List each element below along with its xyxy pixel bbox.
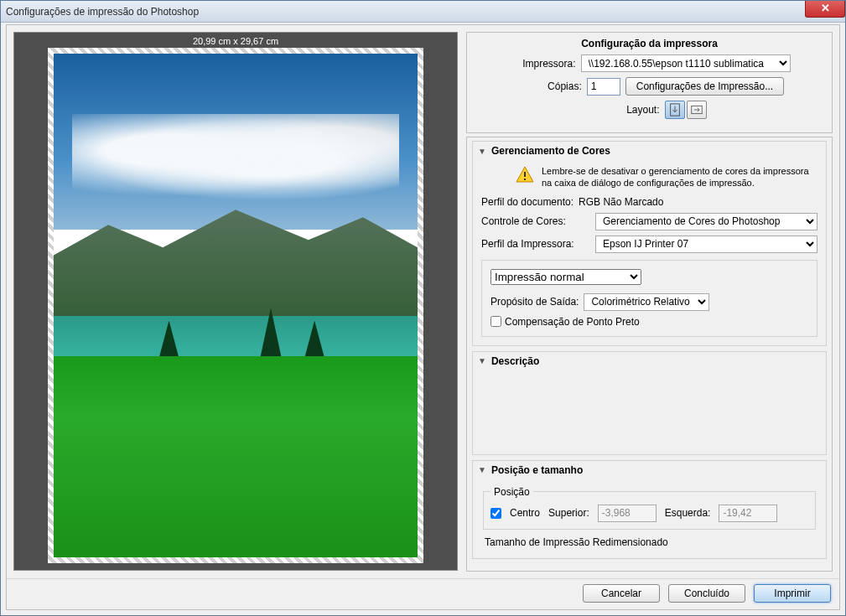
layout-icons: [665, 101, 707, 119]
settings-column: Configuração da impressora Impressora: \…: [466, 32, 833, 572]
print-mode-select[interactable]: Impressão normal: [490, 269, 641, 285]
window-title: Configurações de impressão do Photoshop: [6, 6, 199, 18]
cancel-button[interactable]: Cancelar: [583, 584, 660, 603]
print-button[interactable]: Imprimir: [754, 584, 831, 603]
upper-area: 20,99 cm x 29,67 cm Corresponder C: [7, 25, 839, 578]
position-header[interactable]: ▼ Posição e tamanho: [473, 461, 826, 479]
collapse-icon: ▼: [478, 147, 486, 156]
layout-portrait-icon[interactable]: [665, 101, 685, 119]
printer-select[interactable]: \\192.168.0.55\epson t1110 sublimatica: [581, 54, 791, 72]
paper-preview: [48, 48, 423, 563]
color-control-select[interactable]: Gerenciamento de Cores do Photoshop: [595, 213, 817, 230]
preview-area: 20,99 cm x 29,67 cm Corresponder C: [13, 32, 458, 572]
titlebar: Configurações de impressão do Photoshop …: [1, 1, 845, 23]
left-label: Esquerda:: [665, 507, 711, 519]
close-button[interactable]: ✕: [805, 1, 845, 18]
description-body: [473, 370, 826, 454]
printer-profile-label: Perfil da Impressora:: [481, 238, 590, 250]
description-section: ▼ Descrição: [472, 351, 827, 455]
center-checkbox[interactable]: [490, 508, 501, 519]
settings-scroll[interactable]: ▼ Gerenciamento de Cores Lembre-se de de…: [466, 137, 833, 572]
black-point-label: Compensação de Ponto Preto: [505, 316, 640, 328]
render-subgroup: Impressão normal Propósito de Saída: Col…: [481, 260, 817, 337]
warning-text: Lembre-se de desativar o gerenciamento d…: [542, 165, 817, 189]
dialog-content: 20,99 cm x 29,67 cm Corresponder C: [6, 24, 840, 610]
doc-profile-label: Perfil do documento:: [481, 196, 574, 208]
top-input: [598, 505, 657, 522]
print-settings-window: Configurações de impressão do Photoshop …: [0, 0, 846, 616]
warning-icon: [515, 165, 535, 185]
preview-canvas: 20,99 cm x 29,67 cm: [13, 32, 458, 571]
svg-rect-2: [524, 172, 526, 177]
copies-label: Cópias:: [515, 80, 582, 92]
preview-image: [54, 54, 418, 557]
resize-heading: Tamanho de Impressão Redimensionado: [481, 535, 817, 550]
color-management-header[interactable]: ▼ Gerenciamento de Cores: [473, 142, 826, 160]
copies-input[interactable]: [587, 78, 620, 96]
intent-select[interactable]: Colorimétrico Relativo: [584, 293, 709, 311]
collapse-icon: ▼: [478, 465, 486, 474]
position-legend: Posição: [490, 486, 533, 498]
center-label: Centro: [510, 507, 540, 519]
doc-profile-value: RGB Não Marcado: [579, 196, 663, 208]
preview-grass: [54, 356, 418, 557]
print-settings-button[interactable]: Configurações de Impressão...: [625, 77, 784, 96]
layout-landscape-icon[interactable]: [687, 101, 707, 119]
printer-label: Impressora:: [509, 58, 576, 70]
color-management-section: ▼ Gerenciamento de Cores Lembre-se de de…: [472, 141, 827, 346]
left-input: [719, 505, 777, 522]
footer-buttons: Cancelar Concluído Imprimir: [7, 578, 839, 609]
done-button[interactable]: Concluído: [668, 584, 745, 603]
collapse-icon: ▼: [478, 356, 486, 365]
printer-config-heading: Configuração da impressora: [475, 38, 823, 49]
description-header[interactable]: ▼ Descrição: [473, 352, 826, 370]
layout-label: Layout:: [593, 104, 660, 116]
top-label: Superior:: [548, 507, 589, 519]
preview-clouds: [72, 114, 400, 204]
color-control-label: Controle de Cores:: [481, 215, 590, 227]
position-section: ▼ Posição e tamanho Posição Centro Super…: [472, 460, 827, 559]
paper-dimensions: 20,99 cm x 29,67 cm: [193, 36, 278, 46]
position-fieldset: Posição Centro Superior: Esquerda:: [483, 486, 816, 530]
intent-label: Propósito de Saída:: [490, 296, 579, 308]
black-point-checkbox[interactable]: [490, 316, 501, 327]
svg-rect-3: [524, 179, 526, 180]
printer-config-panel: Configuração da impressora Impressora: \…: [466, 32, 833, 133]
printer-profile-select[interactable]: Epson IJ Printer 07: [595, 236, 817, 253]
